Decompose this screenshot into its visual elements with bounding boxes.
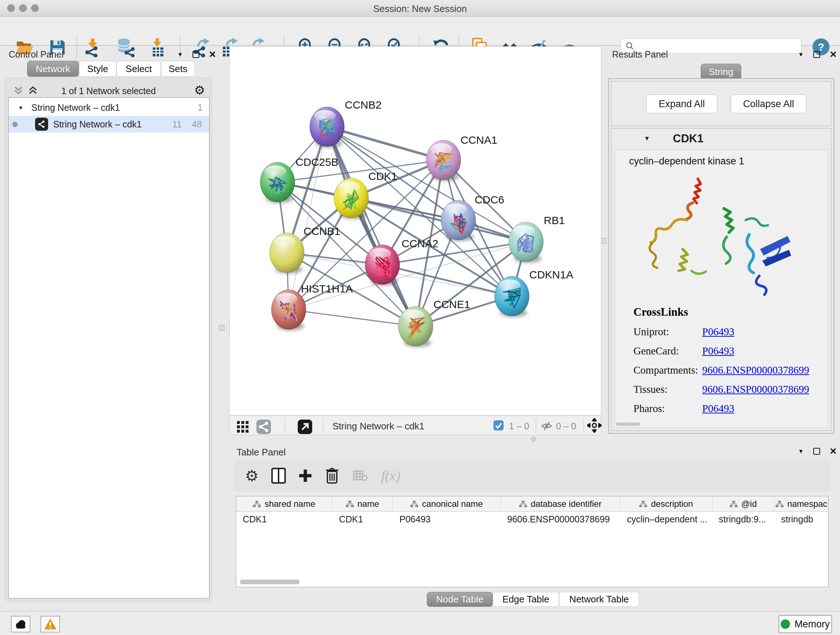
- left-splitter-handle[interactable]: [219, 325, 224, 331]
- memory-status-dot-icon: [781, 619, 790, 629]
- table-settings-gear-icon[interactable]: ⚙: [242, 466, 261, 485]
- import-network-database-icon[interactable]: [115, 37, 136, 58]
- crosslink-row: Pharos: P06493: [633, 402, 809, 415]
- tab-network[interactable]: Network: [27, 61, 79, 77]
- birdseye-arrow-icon[interactable]: [295, 417, 314, 436]
- results-hscrollbar[interactable]: [616, 423, 640, 426]
- network-edge[interactable]: [289, 310, 416, 326]
- crosslink-link[interactable]: P06493: [702, 402, 734, 415]
- crosslink-row: Uniprot: P06493: [633, 326, 809, 338]
- memory-label: Memory: [794, 619, 830, 630]
- panel-menu-arrow-icon[interactable]: ▼: [177, 51, 183, 58]
- table-cell[interactable]: P06493: [393, 511, 501, 527]
- tab-style[interactable]: Style: [79, 61, 117, 77]
- tab-network-table[interactable]: Network Table: [559, 592, 639, 607]
- horizontal-splitter-handle[interactable]: [531, 437, 536, 442]
- table-cell[interactable]: CDK1: [332, 511, 393, 527]
- toolbar-separator: [536, 418, 536, 433]
- hidden-count: 0 – 0: [556, 421, 576, 432]
- grid-view-icon[interactable]: [233, 417, 252, 436]
- network-node-ccnb1[interactable]: [270, 233, 304, 274]
- expand-collapse-box: Expand All Collapse All: [611, 81, 831, 126]
- network-node-ccna1[interactable]: [426, 140, 461, 181]
- crosslink-link[interactable]: P06493: [702, 345, 734, 357]
- table-column-header[interactable]: shared name: [236, 496, 332, 511]
- pan-crosshair-icon[interactable]: [587, 418, 602, 432]
- column-label: name: [357, 499, 379, 509]
- main-toolbar: ?: [0, 17, 840, 46]
- node-label: RB1: [544, 214, 565, 226]
- tab-string[interactable]: String: [701, 64, 741, 80]
- table-panel-window-buttons: ▼ ✕: [798, 447, 837, 456]
- table-column-header[interactable]: namespac: [775, 496, 829, 511]
- network-node-hist1h1a[interactable]: [271, 290, 306, 331]
- network-edge[interactable]: [289, 127, 327, 310]
- add-column-plus-icon[interactable]: [296, 466, 315, 485]
- crosslink-row: GeneCard: P06493: [633, 345, 809, 357]
- network-collection-row[interactable]: ▼ String Network – cdk1 1: [9, 99, 209, 116]
- table-cell[interactable]: stringdb:9...: [712, 511, 775, 527]
- panel-close-icon[interactable]: ✕: [829, 50, 837, 59]
- show-columns-icon[interactable]: [269, 466, 288, 485]
- hidden-eye-slash-icon[interactable]: [540, 420, 553, 432]
- network-node-cdc6[interactable]: [441, 200, 476, 241]
- crosslink-link[interactable]: 9606.ENSP00000378699: [702, 364, 809, 376]
- network-share-icon: [35, 118, 48, 131]
- panel-float-icon[interactable]: [193, 51, 199, 58]
- panel-close-icon[interactable]: ✕: [209, 50, 216, 59]
- network-edge[interactable]: [327, 127, 416, 326]
- network-node-cdc25b[interactable]: [260, 162, 295, 203]
- right-splitter-handle[interactable]: [601, 238, 606, 244]
- import-network-file-icon[interactable]: [82, 37, 103, 58]
- table-column-header[interactable]: name: [332, 496, 393, 511]
- table-column-header[interactable]: description: [621, 496, 712, 511]
- table-column-header[interactable]: @id: [712, 496, 775, 511]
- panel-close-icon[interactable]: ✕: [829, 447, 837, 456]
- table-column-header[interactable]: database identifier: [501, 496, 621, 511]
- network-node-rb1[interactable]: [508, 222, 543, 263]
- crosslink-link[interactable]: 9606.ENSP00000378699: [702, 383, 809, 395]
- warning-icon[interactable]: [41, 616, 60, 632]
- network-row-selected[interactable]: String Network – cdk1 11 48: [9, 116, 209, 133]
- table-hscrollbar[interactable]: [240, 580, 300, 584]
- tab-select[interactable]: Select: [117, 61, 161, 77]
- panel-menu-arrow-icon[interactable]: ▼: [798, 51, 804, 58]
- delete-table-icon-disabled: [351, 466, 370, 485]
- tab-sets[interactable]: Sets: [161, 61, 195, 77]
- tab-edge-table[interactable]: Edge Table: [493, 592, 559, 607]
- table-cell[interactable]: cyclin–dependent ...: [621, 511, 712, 527]
- network-node-ccnb2[interactable]: [309, 107, 344, 148]
- delete-column-trash-icon[interactable]: [323, 466, 341, 485]
- cloud-icon[interactable]: [11, 616, 30, 632]
- panel-float-icon[interactable]: [813, 448, 820, 455]
- panel-menu-arrow-icon[interactable]: ▼: [798, 448, 804, 455]
- network-share-view-icon[interactable]: [254, 417, 273, 436]
- table-cell[interactable]: 9606.ENSP00000378699: [501, 511, 621, 527]
- import-table-icon[interactable]: [148, 37, 169, 58]
- node-label: CDC6: [475, 194, 504, 206]
- memory-button[interactable]: Memory: [778, 615, 832, 633]
- crosslink-link[interactable]: P06493: [702, 326, 734, 338]
- network-view-title: String Network – cdk1: [332, 421, 424, 432]
- node-table: shared name name canonical name database…: [236, 496, 829, 587]
- expand-all-button[interactable]: Expand All: [646, 95, 717, 113]
- network-node-cdkn1a[interactable]: [494, 276, 529, 317]
- network-options-gear-icon[interactable]: ⚙: [194, 83, 205, 97]
- network-node-ccne1[interactable]: [398, 306, 433, 347]
- table-row[interactable]: CDK1CDK1P064939606.ENSP00000378699cyclin…: [236, 511, 828, 527]
- table-column-header[interactable]: canonical name: [393, 496, 501, 511]
- panel-float-icon[interactable]: [813, 51, 820, 58]
- collapse-all-button[interactable]: Collapse All: [731, 95, 806, 113]
- node-label: CCNB1: [303, 225, 340, 237]
- table-cell[interactable]: CDK1: [236, 511, 332, 527]
- collection-expand-arrow-icon[interactable]: ▼: [18, 105, 24, 111]
- gene-collapse-arrow-icon[interactable]: ▼: [644, 135, 650, 142]
- network-list: ▼ String Network – cdk1 1 String Network…: [8, 97, 210, 599]
- column-tree-icon: [729, 500, 737, 508]
- selected-checkbox-icon[interactable]: [493, 420, 504, 431]
- tab-node-table[interactable]: Node Table: [427, 592, 493, 607]
- table-cell[interactable]: stringdb: [775, 511, 829, 527]
- network-node-cdk1[interactable]: [334, 178, 369, 219]
- gene-header-row[interactable]: ▼ CDK1: [611, 128, 831, 149]
- network-canvas[interactable]: CCNB2CCNA1CDC25BCDK1CDC6RB1CCNB1CCNA2CDK…: [229, 46, 601, 416]
